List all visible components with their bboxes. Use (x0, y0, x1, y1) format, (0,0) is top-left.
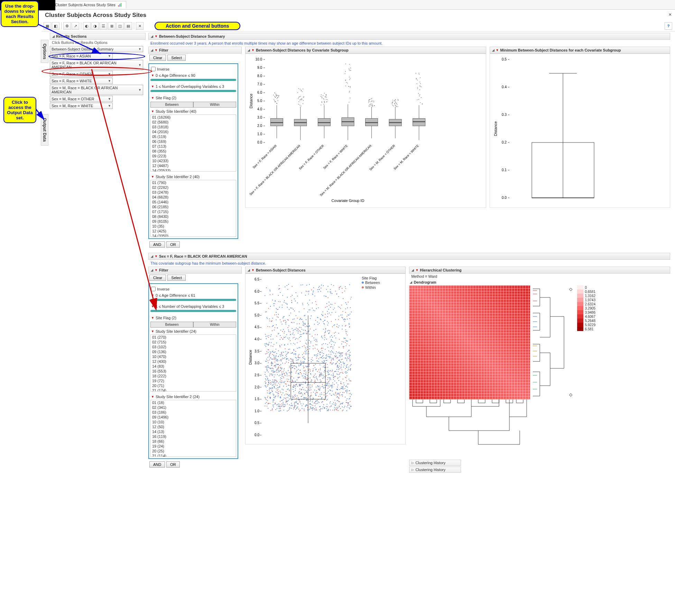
red-arrow-icon[interactable]: ▼ (151, 96, 154, 100)
slider-age-2[interactable] (150, 299, 236, 301)
inverse-checkbox-2[interactable] (151, 287, 156, 291)
list-item[interactable]: 02 (5680) (151, 120, 236, 125)
red-arrow-icon[interactable]: ▼ (151, 305, 154, 308)
side-tab-options[interactable]: Options (41, 40, 48, 63)
disclosure-icon[interactable]: ◢ (248, 268, 250, 272)
list-item[interactable]: 16 (119) (151, 434, 236, 439)
results-dropdown-1[interactable]: Sex = F, Race = ASIAN▼ (50, 53, 113, 59)
list-item[interactable]: 01 (16266) (151, 115, 236, 120)
results-dropdown-2[interactable]: Sex = F, Race = BLACK OR AFRICAN AMERICA… (50, 60, 143, 70)
disclosure-icon[interactable]: ◢ (412, 268, 414, 272)
toolbar-btn-5[interactable]: ◐ (83, 22, 91, 30)
and-button[interactable]: AND (149, 241, 165, 248)
red-arrow-icon[interactable]: ▼ (251, 268, 255, 272)
list-item[interactable]: 12 (425) (151, 229, 236, 233)
ssi2-listbox[interactable]: 01 (790)02 (2282)03 (2478)04 (6628)05 (1… (150, 180, 236, 237)
red-arrow-icon[interactable]: ▼ (155, 48, 158, 52)
disclosure-icon[interactable]: ◢ (492, 48, 494, 52)
disclosure-icon[interactable]: ◢ (151, 48, 153, 52)
list-item[interactable]: 01 (270) (151, 335, 236, 340)
select-button-2[interactable]: Select (167, 275, 186, 281)
clustering-history-1[interactable]: ▷ Clustering History (409, 460, 461, 466)
ssi2-listbox-2[interactable]: 01 (18)02 (341)03 (186)09 (1496)10 (10)1… (150, 400, 236, 457)
list-item[interactable]: 05 (119) (151, 134, 236, 139)
list-item[interactable]: 09 (223) (151, 154, 236, 158)
close-icon[interactable]: × (669, 12, 672, 17)
red-arrow-icon[interactable]: ▼ (415, 268, 418, 272)
list-item[interactable]: 07 (113) (151, 144, 236, 149)
list-item[interactable]: 04 (2016) (151, 129, 236, 134)
red-arrow-icon[interactable]: ▼ (151, 316, 154, 320)
toolbar-btn-10[interactable]: ▤ (124, 22, 132, 30)
toolbar-btn-7[interactable]: ☰ (100, 22, 107, 30)
toolbar-btn-1[interactable]: ▦ (44, 22, 51, 30)
side-tab-output-data[interactable]: Output Data (41, 114, 48, 146)
red-arrow-icon[interactable]: ▼ (151, 395, 154, 398)
list-item[interactable]: 21 (114) (151, 453, 236, 457)
list-item[interactable]: 09 (8105) (151, 219, 236, 224)
ssi1-listbox-2[interactable]: 01 (270)02 (715)03 (102)09 (136)10 (470)… (150, 334, 236, 392)
list-item[interactable]: 03 (102) (151, 344, 236, 349)
red-arrow-icon[interactable]: ▼ (151, 175, 154, 178)
toolbar-btn-8[interactable]: ⊞ (108, 22, 115, 30)
clear-button[interactable]: Clear (149, 55, 166, 61)
slider-age[interactable] (150, 79, 236, 81)
list-item[interactable]: 02 (2282) (151, 185, 236, 190)
toolbar-btn-4[interactable]: ↗ (72, 22, 79, 30)
list-item[interactable]: 12 (4487) (151, 163, 236, 168)
toolbar-btn-9[interactable]: ◫ (116, 22, 124, 30)
list-item[interactable]: 02 (341) (151, 405, 236, 410)
disclosure-icon[interactable]: ◢ (410, 281, 412, 284)
red-arrow-icon[interactable]: ▼ (155, 268, 158, 272)
minbox-chart[interactable]: 0.00.10.20.30.40.5Distance (490, 54, 670, 208)
list-item[interactable]: 21 (174) (151, 388, 236, 392)
red-arrow-icon[interactable]: ▼ (151, 110, 154, 113)
list-item[interactable]: 14 (3350) (151, 233, 236, 237)
results-dropdown-5[interactable]: Sex = M, Race = BLACK OR AFRICAN AMERICA… (50, 85, 143, 95)
disclosure-icon[interactable]: ◢ (248, 48, 250, 52)
within-toggle[interactable]: Within (193, 102, 236, 108)
list-item[interactable]: 12 (50) (151, 424, 236, 429)
list-item[interactable]: 06 (169) (151, 139, 236, 144)
within-toggle-2[interactable]: Within (193, 322, 236, 328)
or-button-2[interactable]: OR (166, 461, 180, 468)
list-item[interactable]: 18 (66) (151, 439, 236, 444)
list-item[interactable]: 08 (355) (151, 149, 236, 154)
list-item[interactable]: 09 (1496) (151, 415, 236, 420)
toolbar-btn-6[interactable]: ◑ (91, 22, 99, 30)
list-item[interactable]: 14 (83) (151, 364, 236, 369)
help-icon[interactable]: ? (665, 22, 672, 30)
slider-overlap[interactable] (150, 90, 236, 92)
list-item[interactable]: 10 (470) (151, 354, 236, 359)
dendrogram-heatmap[interactable] (409, 285, 530, 399)
list-item[interactable]: 19 (72) (151, 378, 236, 383)
list-item[interactable]: 03 (186) (151, 410, 236, 415)
tab-cluster-subjects[interactable]: Cluster Subjects Across Study Sites (44, 1, 126, 8)
disclosure-icon[interactable]: ◢ (151, 255, 153, 258)
between-toggle[interactable]: Between (150, 102, 193, 108)
red-arrow-icon[interactable]: ▼ (151, 330, 154, 333)
results-dropdown-3[interactable]: Sex = F, Race = OTHER▼ (50, 71, 113, 77)
toolbar-btn-2[interactable]: ◧ (52, 22, 59, 30)
results-dropdown-7[interactable]: Sex = M, Race = WHITE▼ (50, 103, 113, 109)
scatter-chart[interactable]: 0.00.51.01.52.02.53.03.54.04.55.05.56.06… (245, 274, 406, 444)
results-dropdown-4[interactable]: Sex = F, Race = WHITE▼ (50, 78, 113, 84)
and-button-2[interactable]: AND (149, 461, 165, 468)
list-item[interactable]: 10 (4233) (151, 158, 236, 163)
red-arrow-icon[interactable]: ▼ (155, 255, 158, 258)
list-item[interactable]: 14 (13) (151, 429, 236, 434)
red-arrow-icon[interactable]: ▼ (155, 35, 158, 38)
list-item[interactable]: 12 (430) (151, 359, 236, 364)
list-item[interactable]: 03 (1818) (151, 125, 236, 129)
disclosure-icon[interactable]: ◢ (151, 268, 153, 272)
list-item[interactable]: 19 (24) (151, 444, 236, 449)
results-dropdown-6[interactable]: Sex = M, Race = OTHER▼ (50, 96, 113, 102)
list-item[interactable]: 14 (20533) (151, 168, 236, 172)
between-toggle-2[interactable]: Between (150, 322, 193, 328)
toolbar-btn-3[interactable]: ⚙ (63, 22, 71, 30)
disclosure-icon[interactable]: ◢ (52, 35, 55, 38)
results-dropdown-0[interactable]: Between-Subject Distance Summary▼ (50, 46, 143, 52)
list-item[interactable]: 05 (1446) (151, 200, 236, 204)
slider-overlap-2[interactable] (150, 310, 236, 312)
list-item[interactable]: 08 (8430) (151, 214, 236, 219)
